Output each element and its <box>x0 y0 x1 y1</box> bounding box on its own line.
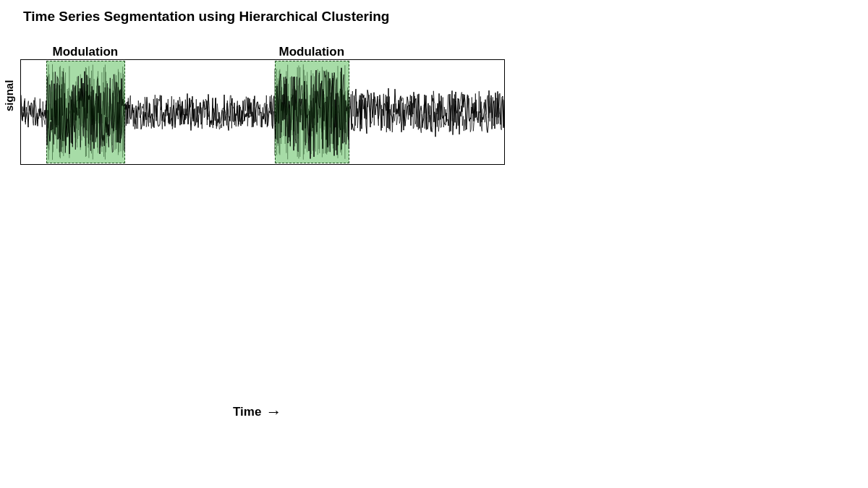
segment-label-b: Modulation <box>278 45 344 59</box>
x-axis-label: Time→ <box>233 401 280 420</box>
signal-plot-frame <box>20 59 505 165</box>
x-axis-label-text: Time <box>233 405 261 419</box>
signal-waveform <box>21 60 504 164</box>
y-axis-label: signal <box>3 80 15 111</box>
arrow-right-icon: → <box>265 403 280 421</box>
page-root: Time Series Segmentation using Hierarchi… <box>0 0 868 488</box>
page-title: Time Series Segmentation using Hierarchi… <box>23 9 389 25</box>
segment-label-a: Modulation <box>53 45 119 59</box>
